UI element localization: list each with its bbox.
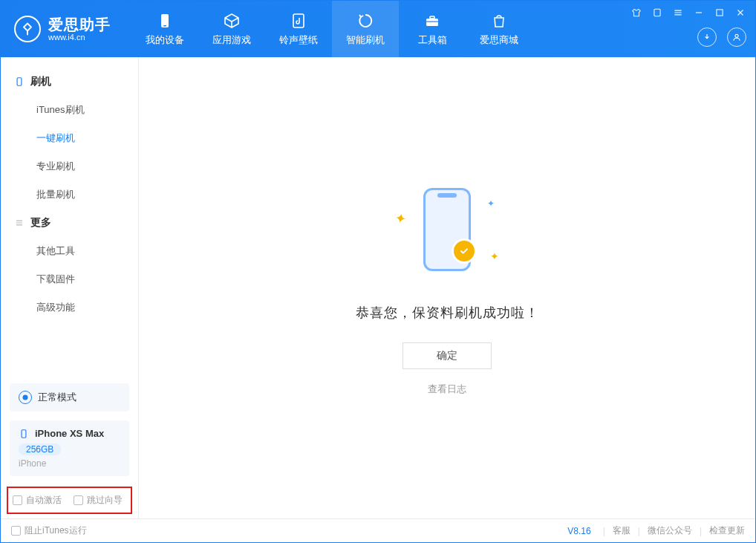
nav-my-device[interactable]: 我的设备	[131, 1, 198, 57]
sidebar-section-more: 更多	[1, 209, 138, 237]
sidebar-item-oneclick-flash[interactable]: 一键刷机	[1, 124, 138, 152]
svg-rect-1	[163, 25, 166, 27]
sidebar-item-advanced[interactable]: 高级功能	[1, 293, 138, 322]
minimize-button[interactable]	[693, 7, 705, 19]
nav-label: 铃声壁纸	[279, 33, 318, 47]
svg-rect-4	[430, 16, 434, 19]
version-label: V8.16	[567, 526, 590, 536]
device-capacity: 256GB	[19, 443, 61, 455]
mode-icon	[19, 391, 32, 404]
device-icon	[155, 11, 175, 30]
logo-icon	[14, 16, 41, 42]
nav-smart-flash[interactable]: 智能刷机	[332, 1, 399, 57]
checkbox-icon	[11, 526, 21, 536]
success-illustration: ✦ ✦ ✦	[373, 181, 521, 284]
footer: 阻止iTunes运行 V8.16 | 客服 | 微信公众号 | 检查更新	[1, 518, 755, 542]
list-icon	[14, 218, 25, 228]
nav-label: 爱思商城	[480, 33, 518, 47]
app-subtitle: www.i4.cn	[48, 33, 111, 42]
svg-rect-10	[22, 429, 26, 438]
main-content: ✦ ✦ ✦ 恭喜您，保资料刷机成功啦！ 确定 查看日志	[139, 57, 755, 518]
maximize-button[interactable]	[714, 7, 726, 19]
footer-update-link[interactable]: 检查更新	[709, 524, 745, 537]
svg-rect-5	[426, 22, 438, 22]
device-card[interactable]: iPhone XS Max 256GB iPhone	[10, 420, 129, 476]
checkbox-label: 阻止iTunes运行	[25, 524, 87, 537]
view-log-link[interactable]: 查看日志	[428, 383, 466, 396]
sidebar-item-download-firmware[interactable]: 下载固件	[1, 265, 138, 293]
device-name: iPhone XS Max	[35, 428, 104, 439]
nav-label: 应用游戏	[212, 33, 251, 47]
success-message: 恭喜您，保资料刷机成功啦！	[356, 304, 539, 322]
svg-rect-2	[293, 14, 304, 27]
checkbox-label: 跳过向导	[87, 494, 123, 507]
sidebar-item-other-tools[interactable]: 其他工具	[1, 237, 138, 265]
close-button[interactable]	[734, 7, 746, 19]
bag-icon	[489, 11, 509, 30]
section-label: 更多	[30, 216, 51, 230]
mode-label: 正常模式	[38, 391, 76, 404]
checkbox-label: 自动激活	[26, 494, 62, 507]
nav-label: 我的设备	[146, 33, 184, 47]
download-button[interactable]	[697, 27, 717, 47]
sidebar-section-flash: 刷机	[1, 68, 138, 96]
header: 爱思助手 www.i4.cn 我的设备 应用游戏 铃声壁纸 智能刷机	[1, 1, 755, 57]
footer-support-link[interactable]: 客服	[613, 524, 630, 537]
svg-rect-7	[717, 10, 723, 16]
shirt-icon[interactable]	[630, 7, 642, 19]
options-highlight: 自动激活 跳过向导	[7, 487, 132, 514]
app-title: 爱思助手	[48, 16, 111, 33]
sidebar-item-pro-flash[interactable]: 专业刷机	[1, 152, 138, 181]
footer-wechat-link[interactable]: 微信公众号	[648, 524, 692, 537]
nav-toolbox[interactable]: 工具箱	[399, 1, 466, 57]
nav-ringtone-wallpaper[interactable]: 铃声壁纸	[265, 1, 332, 57]
nav-label: 智能刷机	[346, 33, 385, 47]
svg-point-8	[735, 34, 738, 37]
checkbox-auto-activate[interactable]: 自动激活	[13, 494, 62, 507]
sidebar: 刷机 iTunes刷机 一键刷机 专业刷机 批量刷机 更多 其他工具 下载固件 …	[1, 57, 139, 518]
phone-icon	[14, 77, 25, 87]
ok-button[interactable]: 确定	[403, 342, 492, 369]
device-type: iPhone	[19, 458, 120, 469]
app-window: 爱思助手 www.i4.cn 我的设备 应用游戏 铃声壁纸 智能刷机	[0, 0, 756, 543]
svg-rect-9	[17, 78, 22, 86]
check-badge-icon	[452, 238, 477, 264]
cube-icon	[222, 11, 241, 30]
tag-icon[interactable]	[651, 7, 663, 19]
sparkle-icon: ✦	[487, 198, 495, 209]
sparkle-icon: ✦	[394, 209, 408, 227]
checkbox-icon	[13, 495, 22, 505]
nav-store[interactable]: 爱思商城	[466, 1, 532, 57]
section-label: 刷机	[30, 75, 51, 88]
menu-icon[interactable]	[672, 7, 684, 19]
checkbox-block-itunes[interactable]: 阻止iTunes运行	[11, 524, 87, 537]
music-icon	[289, 11, 308, 30]
nav-label: 工具箱	[418, 33, 447, 47]
checkbox-icon	[74, 495, 83, 505]
device-mode[interactable]: 正常模式	[10, 383, 129, 412]
main-nav: 我的设备 应用游戏 铃声壁纸 智能刷机 工具箱 爱思商城	[131, 1, 532, 57]
sparkle-icon: ✦	[490, 250, 499, 262]
refresh-icon	[356, 11, 375, 30]
checkbox-skip-guide[interactable]: 跳过向导	[74, 494, 123, 507]
sidebar-item-itunes-flash[interactable]: iTunes刷机	[1, 96, 138, 124]
toolbox-icon	[423, 11, 442, 30]
nav-apps-games[interactable]: 应用游戏	[198, 1, 265, 57]
svg-rect-3	[426, 19, 438, 26]
svg-rect-6	[654, 9, 660, 16]
sidebar-item-batch-flash[interactable]: 批量刷机	[1, 181, 138, 209]
logo: 爱思助手 www.i4.cn	[1, 16, 124, 42]
user-button[interactable]	[727, 27, 746, 47]
phone-icon	[19, 429, 29, 439]
